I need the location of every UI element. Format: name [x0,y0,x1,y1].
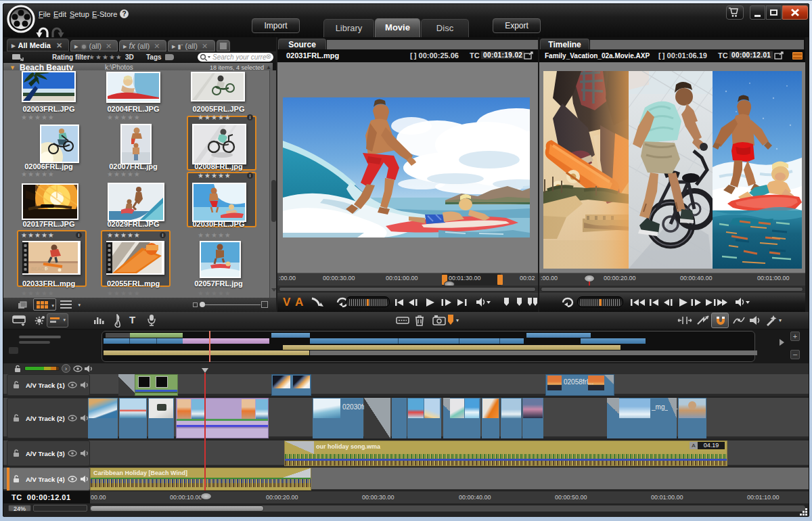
svg-text:BEACH: BEACH [31,267,47,271]
